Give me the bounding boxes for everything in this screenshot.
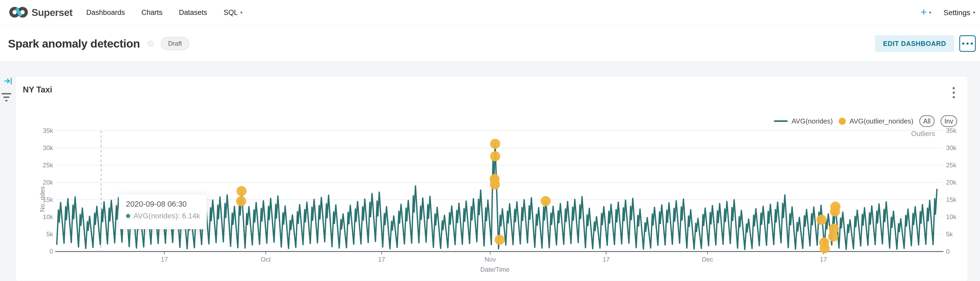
superset-app-window: Superset Dashboards Charts Datasets SQL …	[0, 0, 980, 281]
caret-down-icon: ▾	[240, 10, 243, 15]
favorite-star-icon[interactable]: ☆	[146, 38, 155, 49]
filter-funnel-icon[interactable]	[2, 92, 11, 104]
line-swatch-icon	[774, 120, 788, 122]
ellipsis-icon	[962, 43, 964, 45]
legend-item-avg-norides[interactable]: AVG(norides)	[774, 117, 833, 125]
nav-item-datasets[interactable]: Datasets	[179, 8, 207, 17]
nav-item-dashboards[interactable]: Dashboards	[86, 8, 125, 17]
caret-down-icon: ▾	[973, 10, 975, 15]
circle-swatch-icon	[838, 118, 846, 125]
chart-kebab-menu[interactable]	[951, 86, 956, 99]
header-actions: EDIT DASHBOARD	[875, 35, 976, 52]
top-navbar: Superset Dashboards Charts Datasets SQL …	[0, 0, 980, 26]
legend-select-all-button[interactable]: All	[919, 115, 935, 127]
settings-menu[interactable]: Settings ▾	[943, 8, 975, 17]
plus-icon: +	[920, 6, 927, 18]
new-item-button[interactable]: + ▾	[920, 8, 931, 18]
page-title: Spark anomaly detection	[8, 37, 140, 50]
brand-wordmark: Superset	[32, 7, 72, 18]
nav-item-sql[interactable]: SQL ▾	[224, 8, 243, 17]
chart-title: NY Taxi	[23, 85, 52, 94]
status-badge: Draft	[161, 37, 189, 50]
nav-menu: Dashboards Charts Datasets SQL ▾	[86, 8, 242, 17]
kebab-icon	[953, 87, 955, 89]
edit-dashboard-button[interactable]: EDIT DASHBOARD	[875, 35, 954, 52]
legend-item-avg-outlier-norides[interactable]: AVG(outlier_norides)	[838, 117, 913, 125]
caret-down-icon: ▾	[929, 10, 931, 15]
more-actions-button[interactable]	[959, 35, 976, 52]
infinity-logo-icon	[9, 6, 29, 20]
superset-logo[interactable]: Superset	[9, 6, 72, 20]
legend-item-outliers[interactable]: Outliers	[911, 129, 935, 138]
expand-filter-bar-icon[interactable]	[4, 77, 12, 86]
legend-inverse-button[interactable]: Inv	[940, 115, 957, 127]
nav-right-controls: + ▾ Settings ▾	[920, 8, 975, 18]
dashboard-body: NY Taxi AVG(norides) AVG(outlier_norides…	[0, 62, 980, 281]
nav-item-charts[interactable]: Charts	[142, 8, 162, 17]
chart-legend: AVG(norides) AVG(outlier_norides) All In…	[774, 115, 957, 127]
dashboard-header: Spark anomaly detection ☆ Draft EDIT DAS…	[0, 26, 980, 62]
chart-card-ny-taxi: NY Taxi AVG(norides) AVG(outlier_norides…	[15, 76, 968, 281]
